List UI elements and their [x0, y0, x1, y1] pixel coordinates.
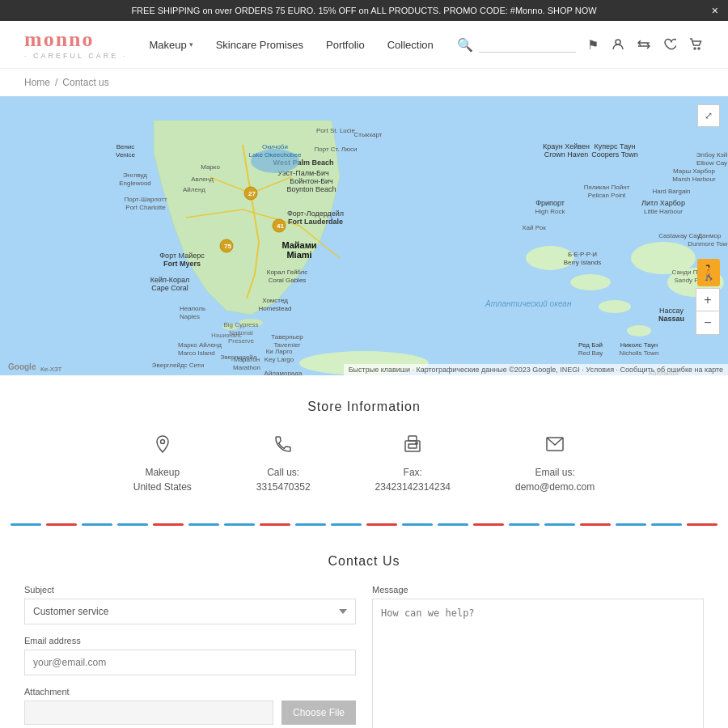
map-zoom-out[interactable]: − — [696, 311, 719, 334]
svg-text:Бойнтон-Бич: Бойнтон-Бич — [290, 177, 333, 185]
svg-text:Elbow Cay: Elbow Cay — [696, 159, 727, 167]
divider-segment — [509, 523, 540, 526]
svg-text:Port St. Lucie: Port St. Lucie — [316, 127, 356, 134]
email-input[interactable] — [24, 650, 356, 675]
svg-text:Marco Island: Marco Island — [178, 349, 215, 357]
svg-text:Энглвуд: Энглвуд — [123, 171, 147, 179]
map-container[interactable]: 75 27 41 Бойнтон-Бич Boynton Beach Уэст-… — [0, 96, 728, 375]
svg-rect-105 — [416, 442, 417, 444]
nav-item-makeup[interactable]: Makeup ▾ — [149, 39, 193, 51]
nav-item-portfolio[interactable]: Portfolio — [326, 39, 365, 51]
svg-text:Ке-ХЗТ: Ке-ХЗТ — [40, 366, 62, 373]
svg-text:Dunmore Town: Dunmore Town — [688, 240, 728, 248]
store-fax-card: Fax: 23423142314234 — [375, 434, 451, 494]
logo[interactable]: monno · CAREFUL CARE · — [24, 29, 127, 60]
svg-text:Marsh Harbour: Marsh Harbour — [672, 176, 716, 183]
divider-segment — [188, 523, 219, 526]
divider-segment — [224, 523, 255, 526]
svg-text:27: 27 — [248, 190, 256, 197]
svg-text:Фрипорт: Фрипорт — [535, 199, 565, 207]
fax-icon — [403, 434, 422, 459]
svg-text:Айламорада: Айламорада — [265, 370, 303, 375]
announcement-close[interactable]: × — [712, 5, 718, 16]
makeup-arrow-icon: ▾ — [189, 40, 193, 49]
svg-text:Николс Таун: Николс Таун — [620, 341, 658, 349]
svg-text:Кейп-Корал: Кейп-Корал — [150, 276, 190, 284]
svg-text:Айленд: Айленд — [183, 186, 205, 193]
svg-text:Ки Ларго: Ки Ларго — [266, 348, 293, 355]
svg-text:Nicholls Town: Nicholls Town — [620, 349, 659, 357]
svg-text:High Rock: High Rock — [535, 208, 566, 215]
attachment-label: Attachment — [24, 687, 356, 696]
message-group: Message — [372, 585, 704, 728]
compare-button[interactable] — [636, 36, 652, 53]
svg-text:Порт Ст. Люси: Порт Ст. Люси — [314, 146, 357, 153]
nav-item-skincare[interactable]: Skincare Promises — [216, 39, 303, 51]
svg-text:Майами: Майами — [281, 240, 316, 250]
store-info-cards: Makeup United States Call us: 3315470352 — [16, 434, 712, 494]
svg-text:Неаполь: Неаполь — [180, 305, 205, 312]
svg-text:Boynton Beach: Boynton Beach — [286, 185, 336, 193]
svg-text:Литл Харбор: Литл Харбор — [641, 199, 685, 207]
svg-text:Cape Coral: Cape Coral — [151, 284, 188, 292]
announcement-text: FREE SHIPPING on over ORDERS 75 EURO. 15… — [131, 6, 596, 15]
svg-text:Нэшионалс: Нэшионалс — [211, 332, 242, 338]
svg-text:Зверлидейл: Зверлидейл — [220, 353, 256, 361]
search-area: 🔍 — [455, 36, 576, 54]
search-input[interactable] — [479, 37, 576, 53]
attachment-row: Choose File — [24, 700, 356, 725]
google-logo: Google — [8, 362, 36, 371]
contact-section: Contact Us Subject Customer service Orde… — [0, 538, 728, 728]
svg-text:Miami: Miami — [286, 250, 311, 260]
nav-item-collection[interactable]: Collection — [387, 39, 434, 51]
divider-segment — [366, 523, 397, 526]
store-email-card: Email us: demo@demo.com — [515, 434, 595, 494]
svg-text:Nassau: Nassau — [658, 315, 684, 323]
svg-text:Куперс Таун: Куперс Таун — [594, 142, 635, 150]
cart-button[interactable] — [688, 36, 704, 53]
search-button[interactable]: 🔍 — [455, 36, 475, 54]
svg-text:Венис: Венис — [116, 143, 135, 150]
store-phone-card: Call us: 3315470352 — [256, 434, 311, 494]
svg-text:Lake Okeechobee: Lake Okeechobee — [249, 151, 302, 159]
location-icon — [153, 434, 172, 459]
svg-text:Crown Haven: Crown Haven — [544, 150, 589, 159]
map-expand-button[interactable]: ⤢ — [697, 104, 720, 127]
divider-segment — [331, 523, 362, 526]
map-svg: 75 27 41 Бойнтон-Бич Boynton Beach Уэст-… — [0, 96, 728, 375]
email-group: Email address — [24, 636, 356, 675]
svg-text:Элбоу Кэй: Элбоу Кэй — [696, 151, 728, 159]
subject-select[interactable]: Customer service Order issue Returns Oth… — [24, 599, 356, 624]
divider-segment — [295, 523, 326, 526]
email-icon — [545, 434, 565, 459]
map-zoom-in[interactable]: + — [696, 289, 719, 311]
divider-segment — [117, 523, 148, 526]
svg-text:Naples: Naples — [180, 313, 200, 320]
form-left: Subject Customer service Order issue Ret… — [24, 585, 356, 728]
svg-text:Port Charlotte: Port Charlotte — [125, 204, 166, 211]
wishlist-button[interactable] — [662, 36, 678, 53]
breadcrumb-home[interactable]: Home — [24, 77, 50, 88]
divider-segment — [11, 523, 41, 526]
pegman-icon[interactable]: 🚶 — [697, 259, 720, 286]
announcement-bar: FREE SHIPPING on over ORDERS 75 EURO. 15… — [0, 0, 728, 21]
store-location-text: Makeup United States — [133, 465, 192, 494]
divider-segment — [153, 523, 184, 526]
svg-text:Marathon: Marathon — [233, 364, 260, 371]
main-nav: Makeup ▾ Skincare Promises Portfolio Col… — [149, 39, 433, 51]
svg-text:Venice: Venice — [116, 151, 136, 159]
svg-text:Berry Islands: Berry Islands — [564, 259, 602, 266]
svg-text:Форт-Лодердейл: Форт-Лодердейл — [287, 210, 344, 218]
svg-text:Homestead: Homestead — [259, 305, 292, 312]
choose-file-button[interactable]: Choose File — [281, 700, 356, 725]
store-email-text: Email us: demo@demo.com — [515, 465, 595, 494]
logo-text: monno — [24, 29, 95, 50]
svg-text:Форт Майерс: Форт Майерс — [159, 252, 205, 260]
svg-text:Порт-Шарлотт: Порт-Шарлотт — [124, 196, 167, 203]
message-textarea[interactable] — [372, 599, 704, 728]
svg-text:Ред Бэй: Ред Бэй — [578, 341, 603, 349]
map-attribution: Быстрые клавиши · Картографические данны… — [344, 364, 728, 375]
account-button[interactable] — [610, 36, 626, 53]
svg-text:Данмор: Данмор — [698, 232, 722, 239]
language-flag-button[interactable]: ⚑ — [586, 36, 600, 54]
